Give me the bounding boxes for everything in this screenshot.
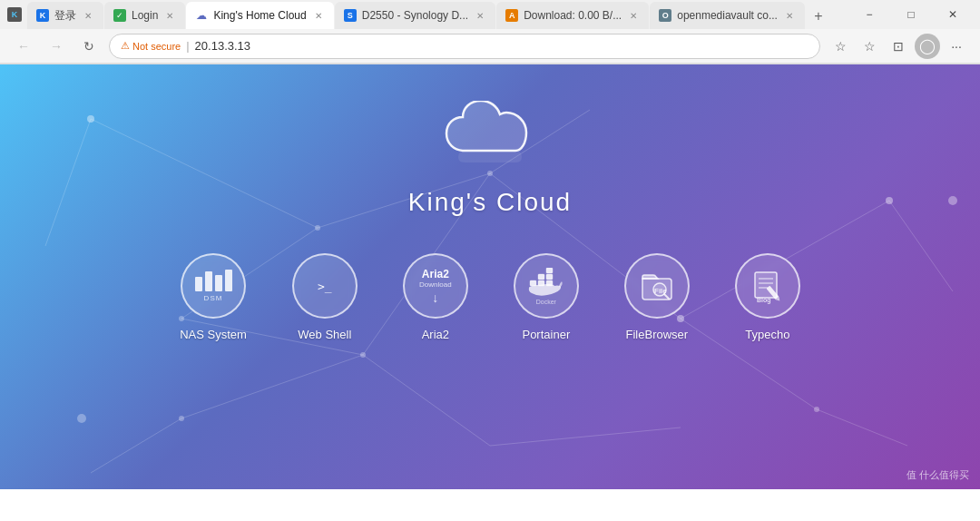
browser-chrome: K K 登录 ✕ ✓ Login ✕ ☁ King's Home Cloud ✕ bbox=[0, 0, 980, 64]
address-url: 20.13.3.13 bbox=[195, 39, 250, 53]
close-button[interactable]: ✕ bbox=[933, 0, 973, 29]
security-warning: ⚠ Not secure bbox=[121, 40, 181, 52]
aria2-sub: Download bbox=[419, 280, 452, 289]
window-controls: − □ ✕ bbox=[849, 0, 973, 29]
favorites-icon[interactable]: ☆ bbox=[857, 34, 882, 59]
tab-label-omv: openmediavault co... bbox=[677, 9, 778, 22]
tab-omv[interactable]: O openmediavault co... ✕ bbox=[650, 2, 805, 29]
minimize-button[interactable]: − bbox=[849, 0, 889, 29]
tab-close-login[interactable]: ✕ bbox=[163, 9, 176, 22]
svg-rect-34 bbox=[546, 268, 553, 273]
svg-line-0 bbox=[91, 119, 318, 228]
tab-favicon-kings-cloud: ☁ bbox=[195, 9, 208, 22]
tab-close-d2550[interactable]: ✕ bbox=[474, 9, 486, 22]
tab-download[interactable]: A Download: 0.00 B/... ✕ bbox=[496, 2, 649, 29]
svg-line-12 bbox=[91, 418, 181, 473]
svg-line-9 bbox=[889, 201, 953, 291]
web-shell-icon[interactable]: >_ bbox=[292, 253, 358, 319]
typecho-icon[interactable]: Blog bbox=[735, 253, 800, 319]
cloud-icon bbox=[445, 101, 535, 181]
watermark: 值 什么值得买 bbox=[906, 468, 969, 482]
new-tab-button[interactable]: + bbox=[806, 4, 831, 29]
docker-icon-inner: Docker bbox=[527, 268, 565, 305]
app-item-portainer[interactable]: Docker Portainer bbox=[514, 253, 579, 341]
svg-point-17 bbox=[315, 225, 320, 231]
maximize-button[interactable]: □ bbox=[891, 0, 931, 29]
tab-bar: K 登录 ✕ ✓ Login ✕ ☁ King's Home Cloud ✕ S… bbox=[27, 0, 844, 29]
dsm-bar-3 bbox=[215, 275, 222, 291]
app-item-nas-system[interactable]: DSM NAS System bbox=[180, 253, 247, 341]
svg-text:File: File bbox=[654, 287, 667, 295]
svg-point-24 bbox=[814, 407, 819, 412]
back-button[interactable]: ← bbox=[11, 34, 36, 59]
blog-icon-inner: Blog bbox=[750, 268, 786, 304]
more-options-button[interactable]: ··· bbox=[944, 34, 969, 59]
app-item-typecho[interactable]: Blog Typecho bbox=[735, 253, 800, 341]
nas-system-label: NAS System bbox=[180, 328, 247, 341]
address-input-container[interactable]: ⚠ Not secure | 20.13.3.13 bbox=[109, 34, 820, 59]
typecho-label: Typecho bbox=[745, 328, 789, 341]
dsm-bar-1 bbox=[195, 277, 202, 291]
main-content: King's Cloud DSM NAS System bbox=[0, 64, 980, 489]
tab-label-kings-cloud: King's Home Cloud bbox=[213, 9, 306, 22]
tab-label-login: Login bbox=[132, 9, 158, 22]
tab-favicon-omv: O bbox=[659, 9, 671, 22]
refresh-button[interactable]: ↻ bbox=[76, 34, 102, 59]
app-item-aria2[interactable]: Aria2 Download ↓ Aria2 bbox=[403, 253, 468, 341]
svg-line-5 bbox=[181, 355, 363, 418]
svg-point-20 bbox=[886, 197, 893, 204]
download-arrow-icon: ↓ bbox=[432, 290, 438, 305]
tab-login-k[interactable]: K 登录 ✕ bbox=[27, 2, 103, 29]
tab-close-login-k[interactable]: ✕ bbox=[82, 9, 94, 22]
portainer-icon[interactable]: Docker bbox=[514, 253, 579, 319]
warning-triangle-icon: ⚠ bbox=[121, 40, 130, 52]
tab-d2550[interactable]: S D2550 - Synology D... ✕ bbox=[335, 2, 495, 29]
toolbar-icons: ☆ ☆ ⊡ ◯ ··· bbox=[828, 34, 969, 59]
tab-kings-cloud[interactable]: ☁ King's Home Cloud ✕ bbox=[186, 2, 333, 29]
tab-login[interactable]: ✓ Login ✕ bbox=[104, 2, 185, 29]
aria2-label: Aria2 bbox=[422, 328, 449, 341]
dsm-bar-4 bbox=[225, 270, 232, 291]
dsm-label: DSM bbox=[204, 294, 223, 302]
svg-line-11 bbox=[363, 355, 490, 446]
aria2-text: Aria2 bbox=[422, 268, 449, 280]
svg-line-15 bbox=[490, 428, 681, 446]
svg-line-8 bbox=[45, 119, 91, 246]
svg-point-28 bbox=[77, 414, 86, 423]
address-bar: ← → ↻ ⚠ Not secure | 20.13.3.13 ☆ ☆ ⊡ ◯ … bbox=[0, 29, 980, 64]
docker-label: Docker bbox=[536, 299, 556, 305]
file-svg: File bbox=[640, 270, 674, 302]
share-icon[interactable]: ⊡ bbox=[886, 34, 911, 59]
filebrowser-icon[interactable]: File bbox=[624, 253, 690, 319]
app-item-web-shell[interactable]: >_ Web Shell bbox=[292, 253, 358, 341]
docker-svg bbox=[527, 268, 565, 300]
forward-button[interactable]: → bbox=[44, 34, 69, 59]
filebrowser-label: FileBrowser bbox=[626, 328, 689, 341]
portainer-label: Portainer bbox=[522, 328, 570, 341]
svg-point-22 bbox=[179, 416, 184, 421]
profile-icon[interactable]: ◯ bbox=[915, 34, 940, 59]
address-separator: | bbox=[186, 39, 189, 53]
cloud-title: King's Cloud bbox=[408, 188, 572, 217]
tab-label-download: Download: 0.00 B/... bbox=[524, 9, 622, 22]
terminal-prompt: >_ bbox=[318, 280, 332, 293]
svg-text:Blog: Blog bbox=[757, 297, 771, 304]
tab-close-omv[interactable]: ✕ bbox=[783, 9, 796, 22]
aria2-icon[interactable]: Aria2 Download ↓ bbox=[403, 253, 468, 319]
title-bar: K K 登录 ✕ ✓ Login ✕ ☁ King's Home Cloud ✕ bbox=[0, 0, 980, 29]
file-icon-inner: File bbox=[640, 270, 674, 302]
tab-label-d2550: D2550 - Synology D... bbox=[362, 9, 468, 22]
tab-close-download[interactable]: ✕ bbox=[627, 9, 640, 22]
tab-close-kings-cloud[interactable]: ✕ bbox=[312, 9, 325, 22]
star-icon[interactable]: ☆ bbox=[828, 34, 853, 59]
terminal-icon-inner: >_ bbox=[312, 276, 338, 297]
web-shell-label: Web Shell bbox=[298, 328, 351, 341]
dsm-bar-2 bbox=[205, 271, 212, 291]
app-item-filebrowser[interactable]: File FileBrowser bbox=[624, 253, 690, 341]
cloud-section: King's Cloud bbox=[408, 101, 572, 217]
nas-system-icon[interactable]: DSM bbox=[181, 253, 246, 319]
svg-rect-33 bbox=[546, 274, 553, 280]
dsm-icon-inner: DSM bbox=[195, 270, 232, 302]
tab-favicon-download: A bbox=[505, 9, 518, 22]
svg-point-16 bbox=[87, 115, 94, 123]
